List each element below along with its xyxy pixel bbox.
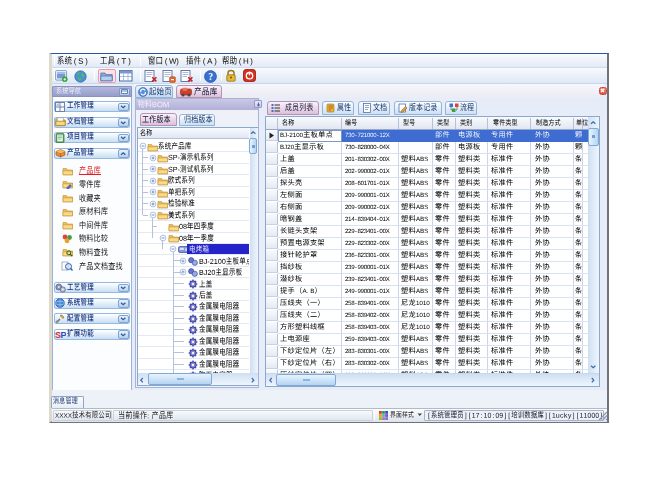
svg-text:?: ? [208, 71, 213, 81]
svg-text:P: P [61, 330, 67, 340]
